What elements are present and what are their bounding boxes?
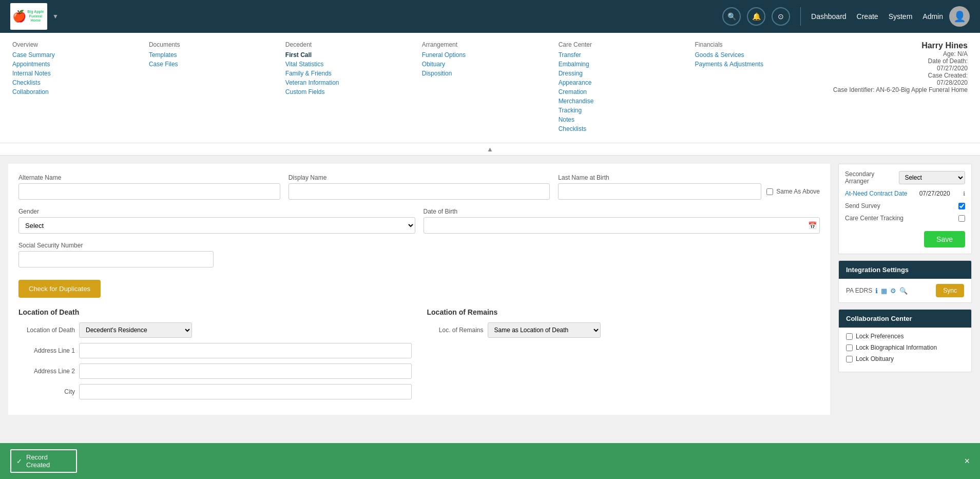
secondary-arranger-select[interactable]: Select (899, 171, 965, 184)
case-summary-link[interactable]: Case Summary (12, 51, 79, 59)
appearance-link[interactable]: Appearance (559, 79, 625, 86)
funeral-options-link[interactable]: Funeral Options (422, 51, 489, 59)
user-avatar[interactable]: 👤 (949, 6, 970, 27)
care-center-tracking-checkbox[interactable] (958, 215, 965, 222)
lock-preferences-row: Lock Preferences (846, 333, 964, 340)
address-line2-label: Address Line 2 (18, 368, 75, 375)
case-name: Harry Hines (833, 41, 968, 50)
notes-link[interactable]: Notes (559, 116, 625, 123)
top-navigation: 🍎 Big AppleFuneral Home ▼ 🔍 🔔 ⊙ Dashboar… (0, 0, 980, 33)
payments-link[interactable]: Payments & Adjustments (695, 61, 763, 68)
embalming-link[interactable]: Embalming (559, 61, 625, 68)
mega-menu: Overview Case Summary Appointments Inter… (0, 33, 980, 143)
collaboration-link[interactable]: Collaboration (12, 88, 79, 95)
collaboration-center-panel: Collaboration Center Lock Preferences Lo… (838, 309, 972, 372)
city-input[interactable] (79, 384, 412, 399)
ssn-input[interactable] (18, 251, 214, 267)
case-age: Age: N/A (833, 50, 968, 58)
display-name-input[interactable] (289, 183, 550, 200)
dob-input[interactable] (424, 217, 820, 234)
bell-icon[interactable]: 🔔 (747, 7, 765, 26)
gender-group: Gender Select Male Female Unknown (18, 208, 415, 234)
checklists-link[interactable]: Checklists (12, 79, 79, 86)
ssn-row: Social Security Number (18, 242, 820, 267)
logo-text: Big AppleFuneral Home (26, 10, 45, 23)
care-checklists-link[interactable]: Checklists (559, 125, 625, 132)
pa-edrs-grid-icon[interactable]: ▦ (881, 287, 887, 295)
goods-services-link[interactable]: Goods & Services (695, 51, 763, 59)
case-created-value: 07/28/2020 (833, 79, 968, 86)
check-duplicates-button[interactable]: Check for Duplicates (18, 280, 101, 298)
create-link[interactable]: Create (857, 12, 878, 21)
lock-biographical-row: Lock Biographical Information (846, 344, 964, 351)
send-survey-checkbox[interactable] (958, 203, 965, 209)
last-name-birth-input[interactable] (558, 183, 761, 200)
case-info: Harry Hines Age: N/A Date of Death: 07/2… (833, 41, 968, 135)
case-dod-value: 07/27/2020 (833, 65, 968, 72)
at-need-info-icon[interactable]: ℹ (963, 190, 965, 197)
pa-edrs-settings-icon[interactable]: ⚙ (890, 287, 896, 295)
custom-fields-link[interactable]: Custom Fields (285, 88, 352, 95)
arrangement-header: Arrangement (422, 41, 489, 48)
dob-label: Date of Birth (424, 208, 820, 215)
disposition-link[interactable]: Disposition (422, 70, 489, 77)
case-identifier: Case Identifier: AN-6-20-Big Apple Funer… (833, 86, 968, 93)
save-row: Save (845, 227, 965, 247)
lock-obituary-checkbox[interactable] (846, 356, 853, 362)
lock-preferences-checkbox[interactable] (846, 333, 853, 340)
dressing-link[interactable]: Dressing (559, 70, 625, 77)
city-field: City (18, 384, 412, 399)
internal-notes-link[interactable]: Internal Notes (12, 70, 79, 77)
at-need-date-value: 07/27/2020 (919, 190, 950, 197)
lock-biographical-checkbox[interactable] (846, 344, 853, 351)
at-need-date-link[interactable]: At-Need Contract Date (845, 190, 907, 197)
tracking-link[interactable]: Tracking (559, 107, 625, 114)
alternate-name-input[interactable] (18, 183, 280, 200)
veteran-information-link[interactable]: Veteran Information (285, 79, 352, 86)
appointments-link[interactable]: Appointments (12, 61, 79, 68)
gender-select[interactable]: Select Male Female Unknown (18, 217, 415, 234)
lock-biographical-label: Lock Biographical Information (856, 344, 937, 351)
documents-header: Documents (149, 41, 216, 48)
admin-link[interactable]: Admin (923, 12, 943, 21)
address-line2-input[interactable] (79, 363, 412, 379)
dashboard-link[interactable]: Dashboard (811, 12, 847, 21)
save-button[interactable]: Save (924, 231, 965, 247)
same-as-above-checkbox[interactable] (766, 188, 773, 195)
obituary-link[interactable]: Obituary (422, 61, 489, 68)
first-call-link[interactable]: First Call (285, 51, 352, 59)
alternate-name-group: Alternate Name (18, 174, 280, 200)
case-files-link[interactable]: Case Files (149, 61, 216, 68)
templates-link[interactable]: Templates (149, 51, 216, 59)
integration-row: PA EDRS ℹ ▦ ⚙ 🔍 Sync (839, 279, 971, 302)
vital-statistics-link[interactable]: Vital Statistics (285, 61, 352, 68)
collapse-bar[interactable]: ▲ (0, 143, 980, 156)
location-remains-select[interactable]: Same as Location of Death Other (488, 322, 601, 338)
family-friends-link[interactable]: Family & Friends (285, 70, 352, 77)
pa-edrs-search-icon[interactable]: 🔍 (899, 287, 908, 295)
sync-button[interactable]: Sync (936, 284, 964, 297)
pa-edrs-info-icon[interactable]: ℹ (875, 287, 878, 295)
location-death-title: Location of Death (18, 308, 412, 316)
location-row: Location of Death Location of Death Dece… (18, 308, 820, 405)
lock-obituary-row: Lock Obituary (846, 355, 964, 362)
logo-apple-icon: 🍎 (12, 10, 26, 23)
transfer-link[interactable]: Transfer (559, 51, 625, 59)
system-link[interactable]: System (889, 12, 913, 21)
last-name-birth-label: Last Name at Birth (558, 174, 820, 181)
search-icon[interactable]: 🔍 (722, 7, 741, 26)
cremation-link[interactable]: Cremation (559, 88, 625, 95)
merchandise-link[interactable]: Merchandise (559, 98, 625, 105)
care-center-tracking-label: Care Center Tracking (845, 215, 904, 222)
settings-icon[interactable]: ⊙ (772, 7, 790, 26)
calendar-icon[interactable]: 📅 (808, 221, 817, 229)
logo[interactable]: 🍎 Big AppleFuneral Home (10, 3, 47, 30)
location-death-select[interactable]: Decedent's Residence Hospital Nursing Ho… (79, 322, 192, 338)
location-of-death-col: Location of Death Location of Death Dece… (18, 308, 412, 405)
logo-dropdown-arrow[interactable]: ▼ (52, 13, 59, 20)
case-created-label[interactable]: Case Created: (928, 72, 968, 79)
nav-divider (800, 7, 801, 26)
location-remains-label: Loc. of Remains (427, 327, 484, 334)
display-name-group: Display Name (289, 174, 550, 200)
address-line1-input[interactable] (79, 343, 412, 358)
